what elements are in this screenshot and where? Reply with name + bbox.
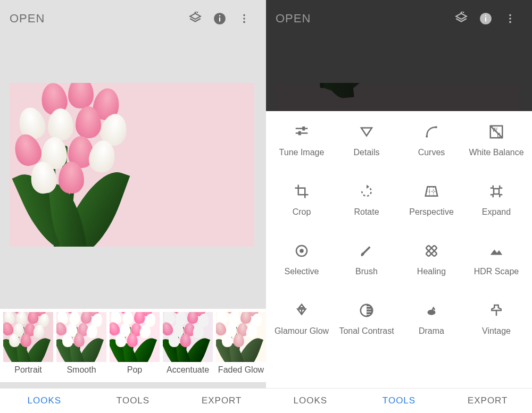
look-portrait[interactable]: Portrait: [3, 312, 53, 375]
perspective-icon: [423, 183, 439, 199]
flower-bunch: [10, 83, 148, 247]
info-icon[interactable]: [473, 12, 498, 26]
hdr-icon: [488, 243, 504, 259]
tool-healing[interactable]: Healing: [399, 240, 464, 299]
tool-label: Perspective: [409, 207, 454, 217]
tool-hdr[interactable]: HDR Scape: [464, 240, 529, 299]
flower-bunch: [110, 312, 160, 362]
looks-strip: Portrait Smooth: [0, 309, 266, 382]
tool-curves[interactable]: Curves: [399, 121, 464, 180]
tune-icon: [294, 124, 310, 140]
tool-label: Vintage: [482, 326, 511, 336]
brush-icon: [359, 243, 375, 259]
look-label: Pop: [110, 365, 160, 375]
top-bar: OPEN: [0, 0, 266, 37]
flower-bunch: [56, 312, 106, 362]
tab-looks[interactable]: LOOKS: [266, 389, 355, 413]
open-button[interactable]: OPEN: [276, 12, 311, 26]
tool-label: Tonal Contrast: [339, 326, 394, 336]
tab-tools[interactable]: TOOLS: [355, 389, 444, 413]
screen-tools: OPEN Tune ImageDetailsCurvesWhite Balanc…: [266, 0, 532, 413]
healing-icon: [423, 243, 439, 259]
top-bar: OPEN: [266, 0, 532, 37]
tonal-icon: [359, 302, 375, 318]
look-label: Smooth: [56, 365, 106, 375]
tool-expand[interactable]: Expand: [464, 180, 529, 240]
tool-glow[interactable]: Glamour Glow: [269, 299, 334, 359]
tool-label: Crop: [293, 207, 311, 217]
expand-icon: [488, 183, 504, 199]
tool-label: Drama: [419, 326, 444, 336]
tool-drama[interactable]: Drama: [399, 299, 464, 359]
tool-tonal[interactable]: Tonal Contrast: [334, 299, 399, 359]
layers-icon[interactable]: [449, 12, 473, 26]
more-icon[interactable]: [498, 13, 522, 24]
details-icon: [359, 124, 375, 140]
look-smooth[interactable]: Smooth: [56, 312, 106, 375]
curves-icon: [423, 124, 439, 140]
bottom-tabs: LOOKS TOOLS EXPORT: [266, 388, 532, 413]
look-pop[interactable]: Pop: [110, 312, 160, 375]
tool-label: Healing: [417, 266, 446, 276]
main-image[interactable]: [10, 83, 254, 247]
look-label: Faded Glow: [216, 365, 266, 375]
selective-icon: [294, 243, 310, 259]
tool-wb[interactable]: White Balance: [464, 121, 529, 180]
layers-icon[interactable]: [183, 12, 207, 26]
tool-label: Details: [354, 147, 380, 157]
bottom-tabs: LOOKS TOOLS EXPORT: [0, 388, 266, 413]
info-icon[interactable]: [207, 12, 232, 26]
drama-icon: [423, 302, 439, 318]
tab-export[interactable]: EXPORT: [177, 389, 266, 413]
wb-icon: [488, 124, 504, 140]
tool-brush[interactable]: Brush: [334, 240, 399, 299]
screen-looks: OPEN: [0, 0, 266, 413]
tool-label: HDR Scape: [474, 266, 519, 276]
flower-bunch: [3, 312, 53, 362]
open-button[interactable]: OPEN: [10, 12, 45, 26]
tool-label: Tune Image: [279, 147, 325, 157]
tool-crop[interactable]: Crop: [269, 180, 334, 240]
tool-label: Selective: [285, 266, 319, 276]
tool-label: Expand: [482, 207, 511, 217]
flower-bunch: [163, 312, 213, 362]
tool-label: Glamour Glow: [275, 326, 329, 336]
look-faded-glow[interactable]: Faded Glow: [216, 312, 266, 375]
tool-rotate[interactable]: Rotate: [334, 180, 399, 240]
tool-details[interactable]: Details: [334, 121, 399, 180]
glow-icon: [294, 302, 310, 318]
vintage-icon: [488, 302, 504, 318]
tab-tools[interactable]: TOOLS: [89, 389, 178, 413]
tab-export[interactable]: EXPORT: [443, 389, 532, 413]
look-label: Portrait: [3, 365, 53, 375]
flower-bunch: [216, 312, 266, 362]
tool-label: Curves: [418, 147, 445, 157]
look-label: Accentuate: [163, 365, 213, 375]
tab-looks[interactable]: LOOKS: [0, 389, 89, 413]
look-accentuate[interactable]: Accentuate: [163, 312, 213, 375]
tool-selective[interactable]: Selective: [269, 240, 334, 299]
tools-panel: Tune ImageDetailsCurvesWhite BalanceCrop…: [266, 111, 532, 389]
more-icon[interactable]: [232, 13, 256, 24]
tool-perspective[interactable]: Perspective: [399, 180, 464, 240]
tool-tune[interactable]: Tune Image: [269, 121, 334, 180]
crop-icon: [294, 183, 310, 199]
tool-label: Rotate: [354, 207, 379, 217]
tool-label: Brush: [355, 266, 378, 276]
tool-label: White Balance: [469, 147, 523, 157]
tool-vintage[interactable]: Vintage: [464, 299, 529, 359]
rotate-icon: [359, 183, 375, 199]
